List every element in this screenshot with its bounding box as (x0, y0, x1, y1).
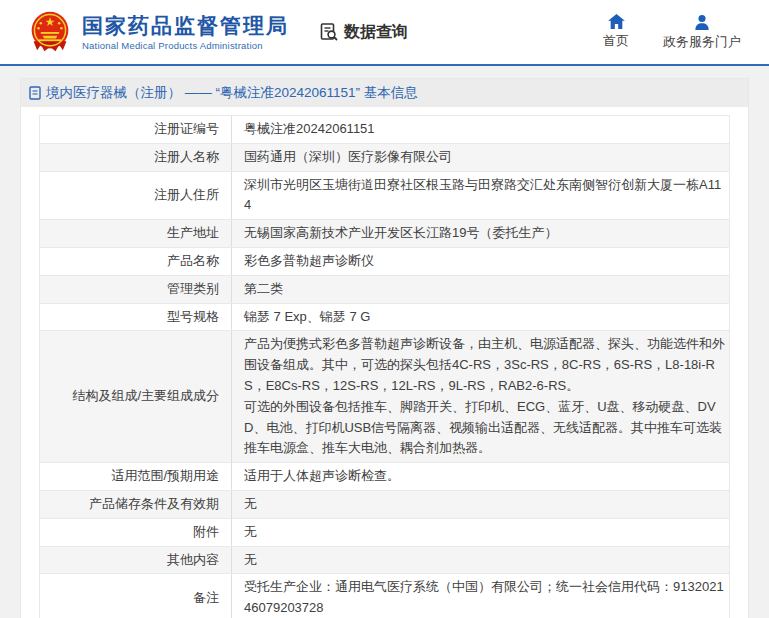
table-row: 附件无 (40, 519, 729, 547)
table-row: 适用范围/预期用途适用于人体超声诊断检查。 (40, 463, 729, 491)
org-name-en: National Medical Products Administration (82, 40, 289, 51)
row-label-text: 注册证编号 (154, 119, 219, 140)
row-label-text: 注册人住所 (154, 185, 219, 206)
row-label-text: 结构及组成/主要组成成分 (72, 386, 219, 407)
nav-home-label: 首页 (603, 32, 629, 50)
china-national-emblem-icon (28, 10, 72, 54)
row-label-text: 产品名称 (167, 251, 219, 272)
info-card: 境内医疗器械（注册） —— “粤械注准20242061151” 基本信息 注册证… (20, 78, 749, 618)
row-label: 注册证编号 (40, 116, 232, 143)
row-label: 产品储存条件及有效期 (40, 491, 232, 518)
nav-portal-label: 政务服务门户 (663, 33, 741, 51)
org-names: 国家药品监督管理局 National Medical Products Admi… (82, 13, 289, 51)
row-value: 无锡国家高新技术产业开发区长江路19号（委托生产） (232, 220, 729, 247)
row-label-text: 备注 (193, 588, 219, 609)
document-icon (29, 86, 41, 100)
row-label-text: 适用范围/预期用途 (111, 466, 219, 487)
row-value: 受托生产企业：通用电气医疗系统（中国）有限公司；统一社会信用代码：9132021… (232, 574, 729, 618)
row-label-text: 其他内容 (167, 550, 219, 571)
site-logo[interactable]: 国家药品监督管理局 National Medical Products Admi… (28, 10, 289, 54)
table-row: 注册证编号粤械注准20242061151 (40, 116, 729, 144)
row-label: 结构及组成/主要组成成分 (40, 331, 232, 462)
table-row: 管理类别第二类 (40, 276, 729, 304)
row-value: 锦瑟 7 Exp、锦瑟 7 G (232, 304, 729, 331)
page-title: 境内医疗器械（注册） —— “粤械注准20242061151” 基本信息 (46, 84, 418, 102)
row-label-text: 注册人名称 (154, 147, 219, 168)
row-label-text: 型号规格 (167, 307, 219, 328)
info-table: 注册证编号粤械注准20242061151注册人名称国药通用（深圳）医疗影像有限公… (39, 115, 730, 618)
row-label: 注册人住所 (40, 172, 232, 220)
table-row: 产品储存条件及有效期无 (40, 491, 729, 519)
table-row: 结构及组成/主要组成成分产品为便携式彩色多普勒超声诊断设备，由主机、电源适配器、… (40, 331, 729, 463)
row-label: 管理类别 (40, 276, 232, 303)
row-label-text: 产品储存条件及有效期 (89, 494, 219, 515)
row-value: 产品为便携式彩色多普勒超声诊断设备，由主机、电源适配器、探头、功能选件和外围设备… (232, 331, 729, 462)
user-icon (694, 14, 710, 30)
row-label-text: 附件 (193, 522, 219, 543)
table-row: 备注受托生产企业：通用电气医疗系统（中国）有限公司；统一社会信用代码：91320… (40, 574, 729, 618)
row-value: 无 (232, 491, 729, 518)
row-value: 适用于人体超声诊断检查。 (232, 463, 729, 490)
table-row: 型号规格锦瑟 7 Exp、锦瑟 7 G (40, 304, 729, 332)
row-value: 粤械注准20242061151 (232, 116, 729, 143)
row-label: 注册人名称 (40, 144, 232, 171)
row-value: 彩色多普勒超声诊断仪 (232, 248, 729, 275)
home-icon (608, 14, 625, 29)
table-row: 注册人住所深圳市光明区玉塘街道田寮社区根玉路与田寮路交汇处东南侧智衍创新大厦一栋… (40, 172, 729, 221)
site-header: 国家药品监督管理局 National Medical Products Admi… (0, 0, 769, 66)
table-row: 注册人名称国药通用（深圳）医疗影像有限公司 (40, 144, 729, 172)
table-row: 其他内容无 (40, 547, 729, 575)
header-nav: 首页 政务服务门户 (603, 14, 741, 51)
row-label: 其他内容 (40, 547, 232, 574)
row-value: 深圳市光明区玉塘街道田寮社区根玉路与田寮路交汇处东南侧智衍创新大厦一栋A114 (232, 172, 729, 220)
row-label: 产品名称 (40, 248, 232, 275)
row-value: 国药通用（深圳）医疗影像有限公司 (232, 144, 729, 171)
document-search-icon (319, 22, 339, 42)
nav-home[interactable]: 首页 (603, 14, 629, 51)
row-label: 型号规格 (40, 304, 232, 331)
row-label: 生产地址 (40, 220, 232, 247)
row-label-text: 管理类别 (167, 279, 219, 300)
row-label: 附件 (40, 519, 232, 546)
page-content: 境内医疗器械（注册） —— “粤械注准20242061151” 基本信息 注册证… (0, 66, 769, 618)
page-title-bar: 境内医疗器械（注册） —— “粤械注准20242061151” 基本信息 (21, 79, 748, 107)
org-name-cn: 国家药品监督管理局 (82, 13, 289, 38)
row-label: 适用范围/预期用途 (40, 463, 232, 490)
nav-portal[interactable]: 政务服务门户 (663, 14, 741, 51)
nav-data-query-label: 数据查询 (344, 22, 408, 43)
row-label: 备注 (40, 574, 232, 618)
row-value: 无 (232, 519, 729, 546)
row-value: 第二类 (232, 276, 729, 303)
row-value: 无 (232, 547, 729, 574)
row-label-text: 生产地址 (167, 223, 219, 244)
table-row: 生产地址无锡国家高新技术产业开发区长江路19号（委托生产） (40, 220, 729, 248)
nav-data-query[interactable]: 数据查询 (319, 22, 408, 43)
table-row: 产品名称彩色多普勒超声诊断仪 (40, 248, 729, 276)
